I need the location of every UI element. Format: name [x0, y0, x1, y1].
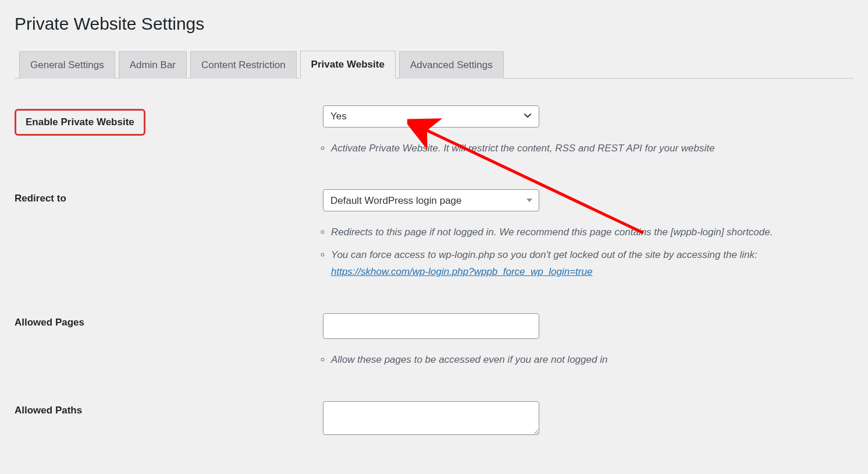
enable-private-website-select[interactable]: Yes	[323, 105, 539, 128]
redirect-to-description-2-text: You can force access to wp-login.php so …	[331, 249, 757, 260]
settings-form-table: Enable Private Website Yes Activate Priv…	[15, 96, 853, 454]
redirect-to-select[interactable]: Default WordPress login page	[323, 189, 539, 211]
allowed-pages-label: Allowed Pages	[15, 304, 323, 392]
allowed-paths-label: Allowed Paths	[15, 392, 323, 454]
enable-private-website-label: Enable Private Website	[15, 109, 145, 136]
redirect-to-description-1: Redirects to this page if not logged in.…	[331, 224, 848, 241]
redirect-to-label: Redirect to	[15, 180, 323, 304]
page-title: Private Website Settings	[15, 14, 853, 34]
settings-tabs: General Settings Admin Bar Content Restr…	[15, 50, 853, 79]
force-login-link[interactable]: https://skhow.com/wp-login.php?wppb_forc…	[331, 266, 592, 277]
allowed-paths-textarea[interactable]	[323, 401, 539, 435]
redirect-to-description-2: You can force access to wp-login.php so …	[331, 247, 848, 281]
allowed-pages-description: Allow these pages to be accessed even if…	[331, 352, 848, 369]
settings-wrap: Private Website Settings General Setting…	[0, 0, 868, 474]
tab-general-settings[interactable]: General Settings	[19, 51, 115, 79]
allowed-pages-input[interactable]	[323, 313, 539, 339]
tab-admin-bar[interactable]: Admin Bar	[119, 51, 187, 79]
enable-private-website-description: Activate Private Website. It will restri…	[331, 140, 848, 157]
tab-advanced-settings[interactable]: Advanced Settings	[399, 51, 504, 79]
tab-private-website[interactable]: Private Website	[300, 51, 396, 79]
tab-content-restriction[interactable]: Content Restriction	[190, 51, 297, 79]
